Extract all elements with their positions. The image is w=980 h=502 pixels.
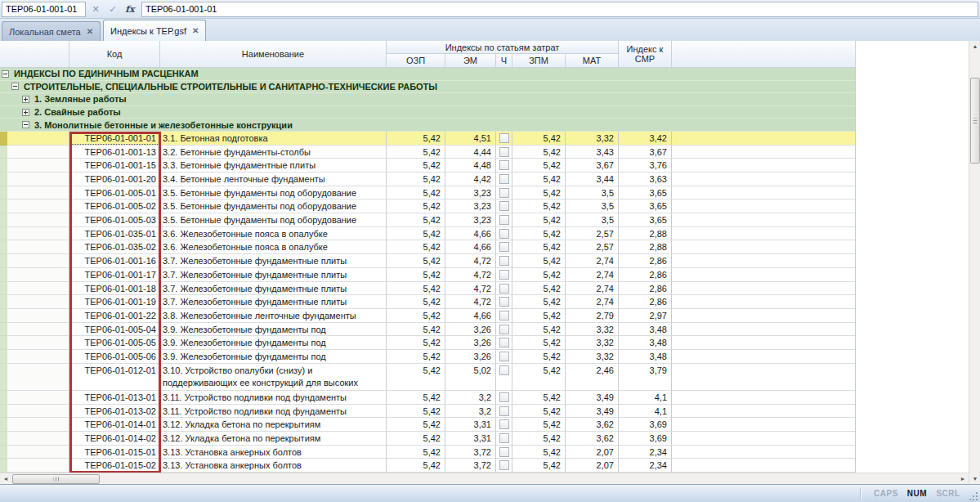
ch-checkbox[interactable] — [499, 297, 509, 307]
cell-name[interactable]: 3.10. Устройство опалубки (снизу) и подд… — [160, 364, 387, 391]
cell-ch[interactable] — [496, 254, 512, 268]
cell-mat[interactable]: 2,07 — [566, 459, 619, 473]
row-indicator[interactable] — [7, 295, 69, 309]
cell-ch[interactable] — [496, 146, 512, 159]
cell-zpm[interactable]: 5,42 — [512, 336, 566, 350]
cell-name[interactable]: 3.12. Укладка бетона по перекрытиям — [160, 432, 387, 446]
cell-zpm[interactable]: 5,42 — [512, 146, 566, 159]
header-code[interactable]: Код — [69, 41, 160, 68]
cell-ozp[interactable]: 5,42 — [387, 418, 445, 432]
cell-zpm[interactable]: 5,42 — [512, 254, 566, 268]
resize-grip[interactable] — [967, 490, 978, 501]
table-row[interactable]: ТЕР06-01-015-013.13. Установка анкерных … — [0, 446, 855, 459]
expand-icon[interactable] — [22, 96, 29, 103]
table-row[interactable]: ТЕР06-01-005-043.9. Железобетонные фунда… — [0, 323, 855, 337]
cell-mat[interactable]: 3,49 — [566, 405, 619, 419]
cell-zpm[interactable]: 5,42 — [512, 159, 566, 173]
cell-name[interactable]: 3.6. Железобетонные пояса в опалубке — [160, 227, 387, 241]
row-indicator[interactable] — [7, 159, 69, 173]
cell-zpm[interactable]: 5,42 — [512, 350, 566, 364]
cell-ch[interactable] — [496, 132, 512, 146]
cell-code[interactable]: ТЕР06-01-005-06 — [69, 350, 160, 364]
row-indicator[interactable] — [7, 446, 69, 459]
table-row[interactable]: ТЕР06-01-005-033.5. Бетонные фундаменты … — [0, 213, 855, 227]
cell-em[interactable]: 3,72 — [445, 459, 496, 473]
cell-mat[interactable]: 2,74 — [566, 295, 619, 309]
ch-checkbox[interactable] — [499, 419, 509, 429]
cell-ozp[interactable]: 5,42 — [387, 309, 445, 323]
row-indicator[interactable] — [7, 350, 69, 364]
ch-checkbox[interactable] — [499, 174, 509, 184]
table-row[interactable]: ТЕР06-01-001-203.4. Бетонные ленточные ф… — [0, 173, 855, 186]
cell-em[interactable]: 3,23 — [445, 186, 496, 200]
row-indicator[interactable] — [7, 132, 69, 146]
cell-zpm[interactable]: 5,42 — [512, 132, 566, 146]
cell-zpm[interactable]: 5,42 — [512, 418, 566, 432]
cell-ozp[interactable]: 5,42 — [387, 446, 445, 459]
cancel-icon[interactable]: ✕ — [88, 2, 103, 17]
cell-ozp[interactable]: 5,42 — [387, 146, 445, 159]
cell-code[interactable]: ТЕР06-01-001-13 — [69, 146, 160, 159]
ch-checkbox[interactable] — [499, 284, 509, 294]
cell-zpm[interactable]: 5,42 — [512, 309, 566, 323]
cell-name[interactable]: 3.7. Железобетонные фундаментные плиты — [160, 268, 387, 282]
table-row[interactable]: ТЕР06-01-035-013.6. Железобетонные пояса… — [0, 227, 855, 241]
cell-code[interactable]: ТЕР06-01-013-02 — [69, 405, 160, 419]
cell-code[interactable]: ТЕР06-01-001-15 — [69, 159, 160, 173]
cell-smr[interactable]: 4,1 — [619, 391, 672, 405]
table-row[interactable]: ТЕР06-01-001-133.2. Бетонные фундаменты-… — [0, 146, 855, 159]
cell-name[interactable]: 3.9. Железобетонные фундаменты под обору… — [160, 323, 387, 337]
cell-smr[interactable]: 2,88 — [619, 227, 672, 241]
ch-checkbox[interactable] — [499, 365, 509, 375]
cell-code[interactable]: ТЕР06-01-014-02 — [69, 432, 160, 446]
cell-zpm[interactable]: 5,42 — [512, 199, 566, 213]
cell-name[interactable]: 3.5. Бетонные фундаменты под оборудовани… — [160, 186, 387, 200]
cell-code[interactable]: ТЕР06-01-013-01 — [69, 391, 160, 405]
cell-ozp[interactable]: 5,42 — [387, 213, 445, 227]
cell-mat[interactable]: 3,5 — [566, 199, 619, 213]
table-row[interactable]: ТЕР06-01-005-053.9. Железобетонные фунда… — [0, 336, 855, 350]
cell-smr[interactable]: 3,76 — [619, 159, 672, 173]
cell-em[interactable]: 3,31 — [445, 418, 496, 432]
ch-checkbox[interactable] — [499, 433, 509, 443]
table-row[interactable]: ТЕР06-01-005-013.5. Бетонные фундаменты … — [0, 186, 855, 200]
cell-code[interactable]: ТЕР06-01-005-03 — [69, 213, 160, 227]
cell-mat[interactable]: 3,32 — [566, 132, 619, 146]
cell-ozp[interactable]: 5,42 — [387, 364, 445, 391]
cell-ozp[interactable]: 5,42 — [387, 336, 445, 350]
cell-em[interactable]: 4,72 — [445, 254, 496, 268]
header-smr[interactable]: Индекс к СМР — [619, 41, 672, 68]
cell-mat[interactable]: 3,49 — [566, 391, 619, 405]
cell-zpm[interactable]: 5,42 — [512, 268, 566, 282]
table-row[interactable]: ТЕР06-01-001-223.8. Железобетонные ленто… — [0, 309, 855, 323]
cell-zpm[interactable]: 5,42 — [512, 432, 566, 446]
cell-mat[interactable]: 3,62 — [566, 432, 619, 446]
cell-name[interactable]: 3.9. Железобетонные фундаменты под обору… — [160, 336, 387, 350]
cell-smr[interactable]: 3,65 — [619, 199, 672, 213]
cell-mat[interactable]: 3,32 — [566, 350, 619, 364]
cell-code[interactable]: ТЕР06-01-001-01 — [69, 132, 160, 146]
cell-smr[interactable]: 3,48 — [619, 350, 672, 364]
cell-code[interactable]: ТЕР06-01-014-01 — [69, 418, 160, 432]
cell-em[interactable]: 3,26 — [445, 323, 496, 337]
row-indicator[interactable] — [7, 336, 69, 350]
vertical-scroll-thumb[interactable] — [970, 78, 980, 164]
cell-ozp[interactable]: 5,42 — [387, 295, 445, 309]
horizontal-scrollbar[interactable]: ◄ ► — [0, 473, 969, 484]
cell-mat[interactable]: 2,46 — [566, 364, 619, 391]
ch-checkbox[interactable] — [499, 352, 509, 361]
scroll-left-icon[interactable]: ◄ — [0, 473, 11, 484]
row-indicator[interactable] — [7, 199, 69, 213]
row-indicator[interactable] — [7, 459, 69, 473]
ch-checkbox[interactable] — [499, 338, 509, 347]
cell-ozp[interactable]: 5,42 — [387, 268, 445, 282]
cell-mat[interactable]: 2,57 — [566, 240, 619, 254]
ch-checkbox[interactable] — [499, 133, 509, 143]
table-row[interactable]: ТЕР06-01-014-023.12. Укладка бетона по п… — [0, 432, 855, 446]
cell-name[interactable]: 3.6. Железобетонные пояса в опалубке — [160, 240, 387, 254]
ch-checkbox[interactable] — [499, 392, 509, 402]
row-indicator[interactable] — [7, 240, 69, 254]
cell-mat[interactable]: 2,79 — [566, 309, 619, 323]
function-icon[interactable]: fx — [123, 2, 137, 17]
collapse-icon[interactable] — [11, 83, 19, 90]
